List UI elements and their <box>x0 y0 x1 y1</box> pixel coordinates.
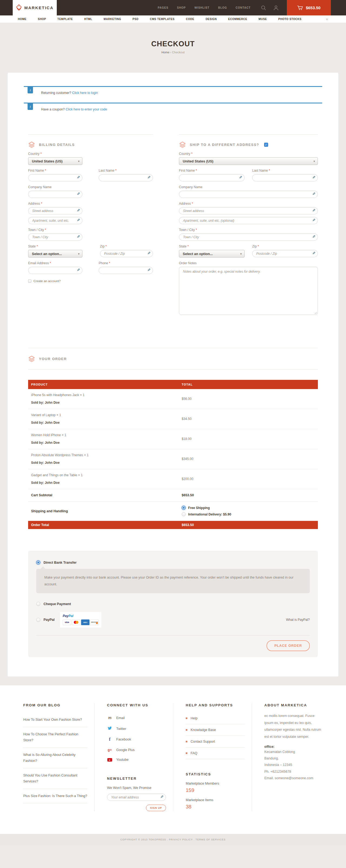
page-head: CHECKOUT Home › Checkout <box>0 23 346 72</box>
blog-link[interactable]: What is So Alluring About Celebrity Fash… <box>23 748 87 768</box>
radio-unselected[interactable] <box>182 512 186 516</box>
bank-transfer-description: Make your payment directly into our bank… <box>36 569 310 593</box>
shipping-country-field: Country * United States (US) ▾ <box>179 152 318 165</box>
nav-item-cms-templates[interactable]: CMS TEMPLATES <box>150 18 174 21</box>
radio-unselected[interactable] <box>36 618 40 622</box>
shipping-row: Shipping and Handling Free Shipping Inte… <box>28 502 318 521</box>
shipping-street-input[interactable] <box>179 207 318 214</box>
shipping-option-international[interactable]: International Delivery: $5.90 <box>182 512 318 516</box>
nav-item-muse[interactable]: MUSE <box>259 18 267 21</box>
footer-about-column: ABOUT MARKETICA ec mollis lorem consequa… <box>252 703 330 811</box>
ship-to-different-checkbox[interactable]: ✓ <box>264 143 268 147</box>
country-label: Country * <box>28 152 153 156</box>
billing-first-name-input[interactable] <box>28 174 82 181</box>
shipping-first-name-input[interactable] <box>179 174 245 181</box>
social-link-youtube[interactable]: ▶ Youtube <box>107 755 166 765</box>
help-link[interactable]: Help <box>186 713 245 724</box>
shipping-town-input[interactable] <box>179 234 318 241</box>
top-nav-item-contact[interactable]: CONTACT <box>236 6 250 9</box>
billing-state-select[interactable]: Select an option... ▾ <box>28 250 82 257</box>
blog-link[interactable]: How To Start Your Own Fashion Store? <box>23 713 87 727</box>
sign-up-button[interactable]: SIGN UP <box>146 805 166 811</box>
social-link-google-plus[interactable]: g+ Google Plus <box>107 745 166 755</box>
coupon-link[interactable]: Click here to enter your code <box>66 107 107 111</box>
search-icon[interactable] <box>261 5 266 10</box>
payment-section: Direct Bank Transfer Make your payment d… <box>28 551 318 657</box>
payment-option-cheque[interactable]: Cheque Payment <box>36 602 310 606</box>
top-nav-item-pages[interactable]: PAGES <box>158 6 168 9</box>
nav-item-html[interactable]: HTML <box>84 18 93 21</box>
top-nav-item-wishlist[interactable]: WISHLIST <box>194 6 209 9</box>
nav-more-chevron-icon[interactable]: » <box>325 18 329 20</box>
top-nav-item-shop[interactable]: SHOP <box>177 6 186 9</box>
shipping-company-input[interactable] <box>179 191 318 198</box>
help-link[interactable]: Knowladge Base <box>186 724 245 736</box>
cart-button[interactable]: $653.50 <box>287 0 331 16</box>
state-label: State * <box>179 245 245 248</box>
social-link-twitter[interactable]: Twitter <box>107 723 166 734</box>
billing-zip-input[interactable] <box>100 250 153 257</box>
payment-option-paypal[interactable]: PayPal PayPal VISA AMEX DISCOVER What is… <box>36 612 310 627</box>
help-link[interactable]: Contact Support <box>186 736 245 747</box>
login-link[interactable]: Click here to login <box>72 91 98 95</box>
shipping-country-select[interactable]: United States (US) ▾ <box>179 157 318 165</box>
radio-selected[interactable] <box>36 560 40 564</box>
nav-item-code[interactable]: CODE <box>186 18 194 21</box>
nav-item-template[interactable]: TEMPLATE <box>57 18 73 21</box>
billing-town-input[interactable] <box>28 234 82 241</box>
help-link[interactable]: FAQ <box>186 747 245 759</box>
copyright-text: COPYRIGHT © 2013 TOKOPRESS . PRIVACY POL… <box>120 838 226 841</box>
billing-email-input[interactable] <box>28 267 82 274</box>
nav-item-ecommerce[interactable]: ECOMMERCE <box>228 18 247 21</box>
newsletter-email-input[interactable] <box>107 794 166 801</box>
blog-link[interactable]: Plus Size Fashion: Is There Such a Thing… <box>23 789 87 804</box>
bank-transfer-label: Direct Bank Transfer <box>43 561 76 564</box>
shipping-state-select[interactable]: Select an option... ▾ <box>179 250 245 257</box>
breadcrumb-home[interactable]: Home <box>161 51 169 54</box>
payment-option-bank[interactable]: Direct Bank Transfer <box>36 560 310 564</box>
social-link-facebook[interactable]: f Facebook <box>107 734 166 745</box>
blog-link[interactable]: Should You Use Fashion Consultant Servic… <box>23 768 87 789</box>
cart-total: $653.50 <box>306 5 320 10</box>
country-label: Country * <box>179 152 318 156</box>
billing-section: BILLING DETAILS Country * United States … <box>28 134 153 316</box>
logo[interactable]: MARKETICA <box>13 0 57 16</box>
nav-item-shop[interactable]: SHOP <box>38 18 46 21</box>
nav-item-home[interactable]: HOME <box>18 18 27 21</box>
create-account-label: Create an account? <box>34 279 61 283</box>
paypal-cards-image[interactable]: PayPal VISA AMEX DISCOVER <box>60 612 101 627</box>
shipping-apartment-input[interactable] <box>179 217 318 224</box>
order-total-label: Order Total <box>31 523 182 527</box>
help-column-title: HELP AND SUPPORTS <box>186 703 245 707</box>
billing-company-input[interactable] <box>28 191 82 198</box>
billing-last-name-input[interactable] <box>99 174 153 181</box>
radio-selected[interactable] <box>182 506 186 510</box>
what-is-paypal-link[interactable]: What is PayPal? <box>286 618 310 622</box>
create-account-checkbox[interactable] <box>28 279 31 283</box>
billing-phone-input[interactable] <box>99 267 153 274</box>
nav-item-psd[interactable]: PSD <box>133 18 138 21</box>
checkout-columns: BILLING DETAILS Country * United States … <box>7 134 339 316</box>
blog-link[interactable]: How To Choose The Perfect Fashion Store? <box>23 727 87 748</box>
order-notes-textarea[interactable] <box>179 267 318 315</box>
top-nav-item-blog[interactable]: BLOG <box>218 6 227 9</box>
radio-unselected[interactable] <box>36 602 40 606</box>
shipping-zip-input[interactable] <box>252 250 318 257</box>
product-seller: Sold by: John Doe <box>31 421 182 425</box>
shipping-last-name-input[interactable] <box>252 174 318 181</box>
nav-item-design[interactable]: DESIGN <box>206 18 217 21</box>
billing-country-select[interactable]: United States (US) ▾ <box>28 157 82 165</box>
nav-item-marketing[interactable]: MARKETING <box>104 18 121 21</box>
order-notes-label: Order Notes <box>179 261 318 265</box>
subtotal-value: $653.50 <box>182 493 318 497</box>
order-total-bar: Order Total $653.50 <box>28 521 318 529</box>
billing-street-input[interactable] <box>28 207 82 214</box>
place-order-button[interactable]: PLACE ORDER <box>267 640 310 651</box>
shipping-option-free[interactable]: Free Shipping <box>182 506 318 510</box>
social-link-email[interactable]: ✉ Email <box>107 713 166 723</box>
billing-first-name-field: First Name * ✎ <box>28 169 82 181</box>
nav-item-photo-stocks[interactable]: PHOTO STOCKS <box>278 18 302 21</box>
billing-apartment-input[interactable] <box>28 217 82 224</box>
user-icon[interactable] <box>273 5 279 10</box>
shipping-state-field: State * Select an option... ▾ <box>179 245 245 257</box>
